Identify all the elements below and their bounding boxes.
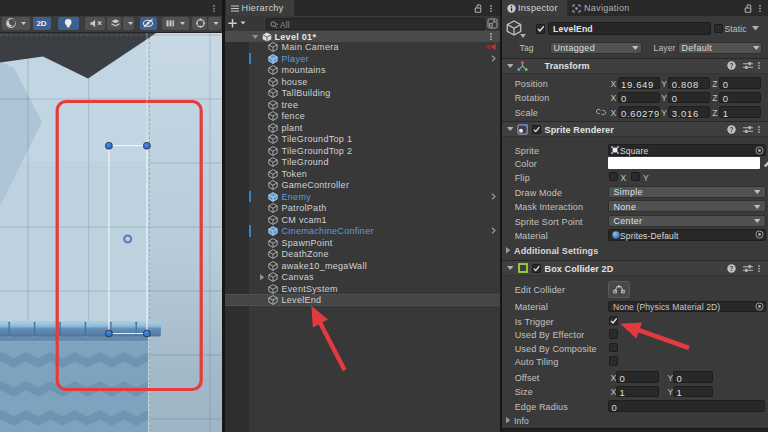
svg-text:2D: 2D bbox=[36, 20, 46, 29]
